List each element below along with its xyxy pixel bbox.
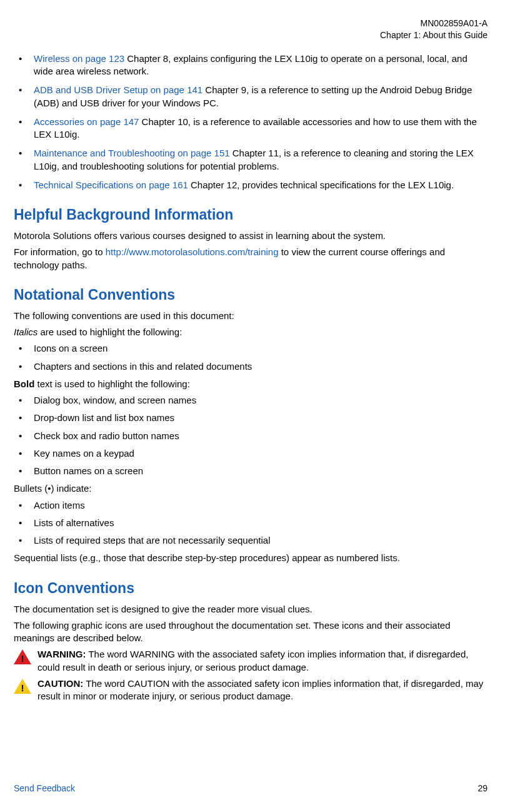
heading-helpful: Helpful Background Information	[14, 205, 488, 225]
doc-id: MN002859A01-A	[14, 18, 488, 29]
list-item: Check box and radio button names	[14, 430, 488, 442]
list-item: Button names on a screen	[14, 465, 488, 477]
paragraph: Italics are used to highlight the follow…	[14, 326, 488, 338]
warning-text: WARNING: The word WARNING with the assoc…	[38, 648, 488, 674]
list-item: Accessories on page 147 Chapter 10, is a…	[14, 116, 488, 141]
paragraph: Sequential lists (e.g., those that descr…	[14, 552, 488, 564]
italics-list: Icons on a screen Chapters and sections …	[14, 342, 488, 373]
bold-list: Dialog box, window, and screen names Dro…	[14, 394, 488, 477]
paragraph: The following conventions are used in th…	[14, 310, 488, 322]
list-item: Maintenance and Troubleshooting on page …	[14, 147, 488, 173]
warning-icon: !	[14, 648, 31, 674]
heading-notational: Notational Conventions	[14, 285, 488, 305]
paragraph: Bullets (•) indicate:	[14, 482, 488, 495]
caution-label: CAUTION:	[38, 678, 83, 689]
heading-icon-conventions: Icon Conventions	[14, 579, 488, 598]
chapter-ref-list: Wireless on page 123 Chapter 8, explains…	[14, 53, 488, 191]
list-item: Chapters and sections in this and relate…	[14, 360, 488, 373]
caution-text: CAUTION: The word CAUTION with the assoc…	[38, 678, 488, 703]
list-item: Action items	[14, 499, 488, 512]
link-adb-usb[interactable]: ADB and USB Driver Setup on page 141	[34, 84, 202, 95]
list-item: Lists of required steps that are not nec…	[14, 534, 488, 547]
link-accessories[interactable]: Accessories on page 147	[34, 116, 139, 127]
list-item: Drop-down list and list box names	[14, 412, 488, 424]
paragraph: The documentation set is designed to giv…	[14, 603, 488, 616]
bullets-list: Action items Lists of alternatives Lists…	[14, 499, 488, 547]
footer: Send Feedback 29	[14, 783, 488, 794]
warning-label: WARNING:	[38, 649, 86, 659]
send-feedback-link[interactable]: Send Feedback	[14, 783, 75, 794]
link-techspec[interactable]: Technical Specifications on page 161	[34, 180, 188, 190]
bold-word: Bold	[14, 378, 34, 389]
list-item-text: Chapter 12, provides technical specifica…	[188, 180, 454, 190]
list-item: Wireless on page 123 Chapter 8, explains…	[14, 53, 488, 78]
page-number: 29	[478, 783, 488, 794]
warning-block: ! WARNING: The word WARNING with the ass…	[14, 648, 488, 674]
paragraph: The following graphic icons are used thr…	[14, 619, 488, 645]
list-item: Key names on a keypad	[14, 447, 488, 460]
chapter-line: Chapter 1: About this Guide	[14, 29, 488, 41]
link-training[interactable]: http://www.motorolasolutions.com/trainin…	[106, 246, 279, 257]
italics-word: Italics	[14, 327, 38, 337]
caution-block: ! CAUTION: The word CAUTION with the ass…	[14, 678, 488, 703]
text: text is used to highlight the following:	[34, 378, 189, 389]
text: For information, go to	[14, 246, 106, 257]
paragraph: Bold text is used to highlight the follo…	[14, 378, 488, 390]
link-maintenance[interactable]: Maintenance and Troubleshooting on page …	[34, 148, 230, 158]
text: The word CAUTION with the associated saf…	[38, 678, 483, 701]
list-item: Dialog box, window, and screen names	[14, 394, 488, 407]
paragraph: For information, go to http://www.motoro…	[14, 246, 488, 272]
list-item: Lists of alternatives	[14, 517, 488, 529]
list-item: Technical Specifications on page 161 Cha…	[14, 179, 488, 191]
list-item: Icons on a screen	[14, 342, 488, 355]
link-wireless[interactable]: Wireless on page 123	[34, 53, 124, 64]
text: The word WARNING with the associated saf…	[38, 649, 468, 672]
text: are used to highlight the following:	[38, 327, 182, 337]
caution-icon: !	[14, 678, 31, 703]
list-item: ADB and USB Driver Setup on page 141 Cha…	[14, 84, 488, 109]
header-meta: MN002859A01-A Chapter 1: About this Guid…	[14, 18, 488, 41]
paragraph: Motorola Solutions offers various course…	[14, 230, 488, 242]
